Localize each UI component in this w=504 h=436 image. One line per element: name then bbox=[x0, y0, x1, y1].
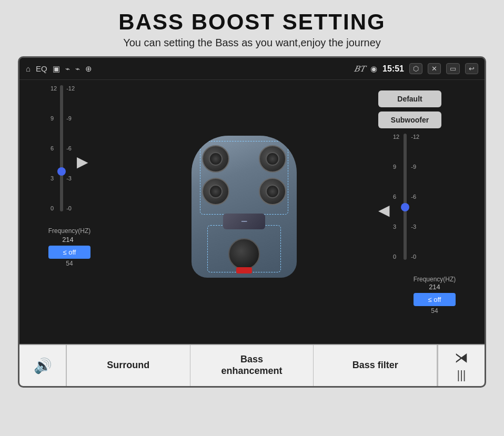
nav-bar: 🔊 Surround Bass enhancement Bass filter … bbox=[19, 344, 485, 386]
stop-btn[interactable]: ✕ bbox=[428, 63, 441, 74]
right-scale-left: 12 9 6 3 0 bbox=[393, 134, 399, 260]
nav-item-volume[interactable]: 🔊 bbox=[19, 345, 67, 386]
bass-filter-label: Bass filter bbox=[352, 360, 398, 371]
nav-item-bass-enhancement[interactable]: Bass enhancement bbox=[190, 345, 314, 386]
usb1-icon: ⌁ bbox=[65, 64, 70, 74]
bass-enhancement-label: Bass enhancement bbox=[221, 354, 282, 377]
usb2-icon: ⌁ bbox=[75, 64, 80, 74]
car-center-console: ━━ bbox=[223, 214, 265, 229]
speaker-tl bbox=[202, 145, 229, 173]
left-arrow-icon: ▶ bbox=[77, 85, 88, 222]
left-freq-value: 214 bbox=[48, 236, 91, 244]
right-small-value: 54 bbox=[431, 307, 438, 315]
left-slider-track[interactable] bbox=[60, 85, 63, 211]
right-freq-label: Frequency(HZ) bbox=[414, 276, 456, 283]
scale-12: 12 bbox=[51, 85, 57, 92]
right-scale-right: -12 -9 -6 -3 -0 bbox=[411, 134, 419, 260]
device-screen: ⌂ EQ ▣ ⌁ ⌁ ⊕ 𝐵𝑇 ◉ 15:51 ⬡ ✕ ▭ ↩ bbox=[18, 56, 486, 388]
cast-btn[interactable]: ▭ bbox=[446, 63, 460, 74]
left-scale-col: 12 9 6 3 0 bbox=[51, 85, 57, 211]
right-panel-bottom: Frequency(HZ) 214 ≤ off 54 bbox=[374, 273, 479, 315]
main-content: 12 9 6 3 0 -12 -9 bbox=[19, 80, 485, 344]
subwoofer-button[interactable]: Subwoofer bbox=[378, 111, 441, 128]
right-arrow-icon: ◀ bbox=[378, 134, 390, 270]
right-slider-thumb[interactable] bbox=[401, 203, 409, 211]
left-panel-bottom: Frequency(HZ) 214 ≤ off 54 bbox=[48, 225, 91, 267]
location-icon: ◉ bbox=[370, 64, 377, 74]
left-small-value: 54 bbox=[66, 260, 73, 267]
left-slider-panel: 12 9 6 3 0 -12 -9 bbox=[25, 85, 114, 344]
bt-icon: 𝐵𝑇 bbox=[354, 64, 365, 74]
right-slider-area: ◀ 12 9 6 3 0 bbox=[374, 128, 479, 270]
right-slider-track[interactable] bbox=[404, 134, 407, 260]
nav-item-bass-filter[interactable]: Bass filter bbox=[314, 345, 437, 386]
page-subtitle: You can setting the Bass as you want,enj… bbox=[118, 37, 385, 49]
left-slider-thumb[interactable] bbox=[57, 167, 66, 176]
image-icon[interactable]: ▣ bbox=[53, 64, 60, 74]
home-icon[interactable]: ⌂ bbox=[26, 64, 31, 73]
back-btn[interactable]: ↩ bbox=[465, 63, 478, 74]
surround-label: Surround bbox=[107, 360, 149, 371]
right-off-button[interactable]: ≤ off bbox=[414, 293, 456, 306]
equalizer-icon: ⧕ bbox=[455, 350, 468, 366]
left-freq-label: Frequency(HZ) bbox=[48, 227, 91, 235]
nav-item-equalizer[interactable]: ⧕ ||| bbox=[437, 345, 485, 386]
scale-9: 9 bbox=[51, 115, 57, 121]
default-button[interactable]: Default bbox=[378, 90, 441, 107]
car-red-accent bbox=[236, 267, 252, 273]
header-section: BASS BOOST SETTING You can setting the B… bbox=[118, 0, 385, 53]
status-bar: ⌂ EQ ▣ ⌁ ⌁ ⊕ 𝐵𝑇 ◉ 15:51 ⬡ ✕ ▭ ↩ bbox=[19, 58, 485, 80]
page-title: BASS BOOST SETTING bbox=[118, 9, 385, 35]
page-wrapper: BASS BOOST SETTING You can setting the B… bbox=[0, 0, 504, 436]
volume-icon: 🔊 bbox=[34, 357, 52, 374]
nav-item-surround[interactable]: Surround bbox=[67, 345, 190, 386]
car-visualization: ━━ bbox=[176, 136, 313, 293]
speaker-tr bbox=[259, 145, 286, 173]
speaker-mr bbox=[259, 178, 286, 205]
right-buttons: Default Subwoofer bbox=[374, 85, 479, 128]
left-off-button[interactable]: ≤ off bbox=[48, 246, 90, 259]
eq-label: EQ bbox=[36, 64, 47, 73]
time-display: 15:51 bbox=[382, 64, 404, 74]
right-panel: Default Subwoofer ◀ 12 9 6 3 0 bbox=[374, 85, 479, 344]
sliders-icon: ||| bbox=[457, 368, 466, 382]
camera-btn[interactable]: ⬡ bbox=[409, 63, 422, 74]
speaker-ml bbox=[202, 178, 229, 205]
scale-0: 0 bbox=[51, 205, 57, 211]
status-bar-left: ⌂ EQ ▣ ⌁ ⌁ ⊕ bbox=[26, 64, 92, 74]
scale-3: 3 bbox=[51, 175, 57, 181]
left-scale-right: -12 -9 -6 -3 -0 bbox=[66, 85, 75, 211]
car-area: ━━ bbox=[114, 85, 374, 344]
right-freq-value: 214 bbox=[429, 283, 440, 291]
wifi-icon: ⊕ bbox=[85, 64, 92, 74]
status-bar-right: 𝐵𝑇 ◉ 15:51 ⬡ ✕ ▭ ↩ bbox=[354, 63, 478, 74]
speaker-bottom bbox=[228, 238, 260, 270]
scale-6: 6 bbox=[51, 145, 57, 151]
eq-area: 12 9 6 3 0 -12 -9 bbox=[19, 80, 485, 344]
